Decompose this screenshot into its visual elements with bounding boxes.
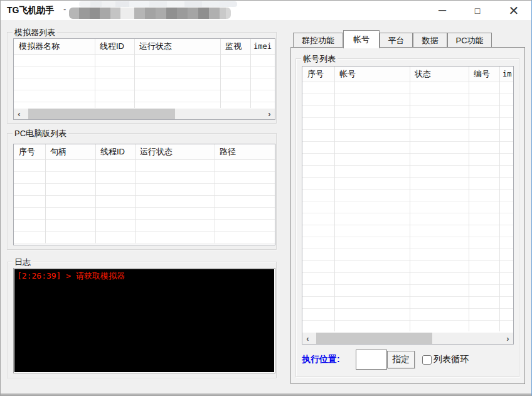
tab-data[interactable]: 数据: [413, 33, 447, 47]
list-loop-checkbox[interactable]: [422, 355, 432, 365]
scroll-left-icon[interactable]: ‹: [14, 109, 24, 119]
exec-position-input[interactable]: [356, 350, 387, 370]
pc-col-path[interactable]: 路径: [215, 144, 280, 159]
account-col-status[interactable]: 状态: [410, 67, 474, 82]
divider: [95, 39, 95, 108]
emulator-hscrollbar[interactable]: ‹ ›: [14, 109, 275, 119]
divider: [45, 144, 46, 243]
log-line: [2:26:39] > 请获取模拟器: [17, 270, 125, 282]
log-console[interactable]: [2:26:39] > 请获取模拟器: [13, 268, 275, 373]
divider: [215, 144, 215, 243]
window-title: TG飞机助手: [7, 5, 54, 16]
emulator-hscroll-thumb[interactable]: [28, 109, 175, 119]
tab-account[interactable]: 帐号: [343, 30, 380, 48]
close-button[interactable]: ✕: [496, 1, 531, 20]
emulator-col-name[interactable]: 模拟器名称: [14, 39, 100, 54]
pc-col-status[interactable]: 运行状态: [135, 144, 220, 159]
account-hscrollbar[interactable]: ‹ ›: [302, 333, 513, 344]
divider: [499, 67, 500, 331]
scroll-right-icon[interactable]: ›: [503, 333, 513, 344]
divider: [334, 67, 335, 331]
pc-table-body[interactable]: [14, 160, 275, 243]
account-col-imei[interactable]: im: [499, 67, 516, 82]
tab-platform[interactable]: 平台: [380, 33, 413, 47]
tab-pc-function[interactable]: PC功能: [447, 33, 492, 47]
emulator-table-body[interactable]: [14, 55, 275, 108]
app-window: TG飞机助手 - ─ □ ✕ 模拟器列表 模拟器名称 线程ID 运行状态 监视 …: [0, 0, 532, 396]
emulator-table-header: 模拟器名称 线程ID 运行状态 监视 imei: [14, 39, 275, 55]
divider: [134, 39, 135, 108]
divider: [135, 144, 136, 243]
redacted-text-blur: [69, 8, 231, 19]
emulator-col-thread[interactable]: 线程ID: [95, 39, 139, 54]
maximize-button[interactable]: □: [460, 1, 495, 20]
account-group-label: 帐号列表: [301, 53, 338, 65]
log-group-label: 日志: [13, 257, 33, 268]
pc-table[interactable]: 序号 句柄 线程ID 运行状态 路径: [13, 144, 275, 245]
minimize-button[interactable]: ─: [425, 1, 460, 20]
scroll-left-icon[interactable]: ‹: [302, 333, 313, 344]
close-icon: ✕: [509, 3, 519, 18]
pc-col-thread[interactable]: 线程ID: [95, 144, 140, 159]
divider: [410, 67, 410, 331]
assign-button[interactable]: 指定: [387, 351, 415, 368]
emulator-col-imei[interactable]: imei: [250, 39, 278, 54]
window-title-separator: -: [63, 4, 66, 14]
list-loop-label: 列表循环: [434, 354, 469, 365]
divider: [469, 67, 469, 331]
emulator-col-status[interactable]: 运行状态: [134, 39, 225, 54]
pc-col-handle[interactable]: 句柄: [45, 144, 100, 159]
pc-table-header: 序号 句柄 线程ID 运行状态 路径: [14, 144, 275, 160]
window-bottom-edge: [1, 393, 531, 395]
tab-group-control[interactable]: 群控功能: [293, 33, 343, 47]
account-hscroll-thumb[interactable]: [316, 333, 432, 344]
emulator-table[interactable]: 模拟器名称 线程ID 运行状态 监视 imei ‹ ›: [13, 38, 275, 120]
minimize-icon: ─: [439, 4, 446, 17]
divider: [95, 144, 96, 243]
scroll-right-icon[interactable]: ›: [264, 109, 275, 119]
title-bar: TG飞机助手 - ─ □ ✕: [1, 1, 531, 20]
account-table[interactable]: 序号 帐号 状态 编号 im ‹ ›: [302, 66, 514, 345]
account-col-account[interactable]: 帐号: [334, 67, 415, 82]
divider: [220, 39, 221, 108]
maximize-icon: □: [475, 6, 480, 16]
list-loop-option[interactable]: 列表循环: [422, 354, 469, 365]
exec-position-label: 执行位置:: [302, 354, 340, 365]
pc-group-label: PC电脑版列表: [13, 128, 68, 139]
redacted-text-blur-top: [79, 1, 237, 7]
divider: [250, 39, 251, 108]
emulator-group-label: 模拟器列表: [13, 27, 57, 38]
